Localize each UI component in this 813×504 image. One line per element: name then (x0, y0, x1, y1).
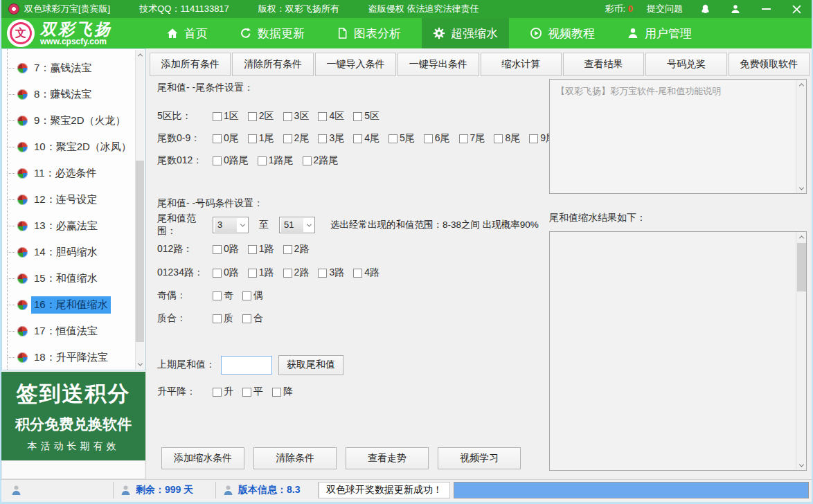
checkbox-option[interactable]: 5区 (353, 110, 379, 123)
checkbox-option[interactable]: 4区 (318, 110, 344, 123)
checkbox[interactable] (272, 388, 281, 397)
checkbox-option[interactable]: 奇 (213, 289, 233, 302)
submit-question-link[interactable]: 提交问题 (647, 3, 683, 15)
sidebar-item-label[interactable]: 10：聚宝2D（冰凤） (31, 138, 134, 156)
toolbar-button[interactable]: 一键导入条件 (315, 53, 396, 76)
checkbox-option[interactable]: 降 (272, 386, 293, 398)
checkbox[interactable] (213, 291, 222, 300)
checkbox[interactable] (248, 112, 257, 121)
checkbox[interactable] (248, 269, 257, 278)
checkbox-option[interactable]: 平 (242, 386, 263, 398)
sidebar-item[interactable]: 14：胆码缩水 (2, 239, 145, 265)
sidebar-item[interactable]: 15：和值缩水 (2, 265, 145, 291)
sidebar-item-label[interactable]: 8：赚钱法宝 (31, 86, 94, 103)
checkbox-option[interactable]: 1尾 (248, 132, 274, 145)
checkbox[interactable] (213, 112, 222, 121)
checkbox[interactable] (213, 269, 222, 278)
checkbox[interactable] (388, 134, 397, 143)
toolbar-button[interactable]: 清除所有条件 (232, 53, 313, 76)
checkbox-option[interactable]: 5尾 (388, 132, 415, 145)
sidebar-item-label[interactable]: 15：和值缩水 (31, 270, 100, 287)
checkbox[interactable] (213, 156, 222, 165)
checkbox-option[interactable]: 2尾 (283, 132, 310, 145)
toolbar-button[interactable]: 缩水计算 (481, 53, 562, 76)
promo-banner[interactable]: 签到送积分 积分免费兑换软件 本活动长期有效 (1, 372, 145, 460)
toolbar-button[interactable]: 添加所有条件 (150, 53, 231, 76)
checkbox[interactable] (213, 134, 222, 143)
checkbox-option[interactable]: 2路 (283, 243, 310, 255)
sidebar-item-label[interactable]: 11：必选条件 (31, 165, 100, 182)
sidebar-item[interactable]: 17：恒值法宝 (2, 318, 145, 344)
checkbox[interactable] (459, 134, 468, 143)
sidebar-item[interactable]: 18：升平降法宝 (2, 344, 145, 370)
checkbox-option[interactable]: 3尾 (318, 132, 344, 145)
info-box-scrollbar[interactable] (796, 80, 806, 193)
toolbar-button[interactable]: 免费领取软件 (729, 53, 810, 76)
nav-item-chart-analysis[interactable]: 图表分析 (325, 18, 412, 48)
checkbox[interactable] (353, 112, 362, 121)
checkbox-option[interactable]: 2区 (248, 110, 274, 123)
sidebar-item-label[interactable]: 12：连号设定 (31, 191, 100, 208)
sidebar-item[interactable]: 7：赢钱法宝 (2, 55, 145, 81)
checkbox[interactable] (242, 314, 251, 323)
user-icon[interactable] (727, 0, 744, 18)
scrollbar-thumb[interactable] (797, 243, 806, 291)
minimize-button[interactable] (758, 0, 774, 18)
sidebar-item-label[interactable]: 16：尾和值缩水 (31, 296, 111, 314)
nav-item-shrink[interactable]: 超强缩水 (422, 18, 509, 48)
checkbox-option[interactable]: 8尾 (494, 132, 520, 145)
checkbox[interactable] (353, 269, 362, 278)
checkbox-option[interactable]: 1路 (248, 267, 274, 279)
checkbox[interactable] (318, 112, 327, 121)
checkbox[interactable] (283, 269, 292, 278)
toolbar-button[interactable]: 一键导出条件 (397, 53, 479, 76)
checkbox[interactable] (213, 314, 222, 323)
nav-item-video-tutorial[interactable]: 视频教程 (519, 18, 606, 48)
checkbox-option[interactable]: 3路 (318, 267, 344, 279)
result-box-scrollbar[interactable] (796, 232, 806, 470)
checkbox[interactable] (529, 134, 538, 143)
checkbox[interactable] (242, 291, 251, 300)
sidebar-item[interactable]: 9：聚宝2D（火龙） (2, 107, 145, 134)
checkbox-option[interactable]: 1区 (213, 110, 239, 123)
checkbox-option[interactable]: 3区 (283, 110, 310, 123)
checkbox[interactable] (494, 134, 503, 143)
nav-item-user-management[interactable]: 用户管理 (616, 18, 703, 48)
checkbox-option[interactable]: 2路 (283, 267, 310, 279)
scroll-down-icon[interactable] (796, 183, 807, 193)
toolbar-button[interactable]: 号码兑奖 (645, 53, 726, 76)
checkbox[interactable] (242, 388, 251, 397)
sidebar-item-label[interactable]: 7：赢钱法宝 (31, 60, 94, 77)
checkbox-option[interactable]: 2路尾 (303, 154, 339, 167)
sidebar-item-label[interactable]: 14：胆码缩水 (31, 244, 100, 261)
checkbox[interactable] (318, 269, 327, 278)
checkbox-option[interactable]: 0路尾 (213, 154, 249, 167)
checkbox[interactable] (303, 156, 312, 165)
form-action-button[interactable]: 清除条件 (253, 447, 337, 469)
checkbox-option[interactable]: 1路 (248, 243, 274, 255)
checkbox-option[interactable]: 升 (213, 386, 233, 398)
form-action-button[interactable]: 视频学习 (438, 447, 521, 469)
checkbox-option[interactable]: 1路尾 (258, 154, 294, 167)
range-from-select[interactable]: 3 (213, 217, 249, 233)
get-tail-sum-button[interactable]: 获取尾和值 (278, 355, 343, 375)
checkbox[interactable] (283, 134, 292, 143)
qq-penguin-icon[interactable] (697, 0, 713, 18)
checkbox[interactable] (258, 156, 267, 165)
checkbox[interactable] (283, 112, 292, 121)
sidebar-item[interactable]: 13：必赢法宝 (2, 213, 145, 239)
checkbox[interactable] (213, 388, 222, 397)
checkbox[interactable] (283, 245, 292, 254)
sidebar-item[interactable]: 16：尾和值缩水 (2, 291, 145, 318)
sidebar-item-label[interactable]: 13：必赢法宝 (31, 217, 100, 235)
checkbox[interactable] (213, 245, 222, 254)
scroll-up-icon[interactable] (796, 232, 807, 242)
checkbox-option[interactable]: 4路 (353, 267, 379, 279)
range-to-select[interactable]: 51 (279, 217, 315, 233)
checkbox[interactable] (248, 245, 257, 254)
sidebar-item-label[interactable]: 9：聚宝2D（火龙） (31, 112, 129, 129)
close-button[interactable] (788, 0, 805, 18)
scroll-down-icon[interactable] (796, 460, 807, 470)
sidebar-item[interactable]: 12：连号设定 (2, 186, 145, 213)
toolbar-button[interactable]: 查看结果 (563, 53, 644, 76)
